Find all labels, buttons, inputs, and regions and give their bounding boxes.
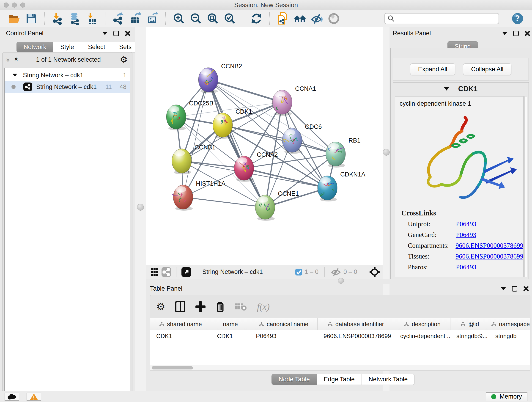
collapse-all-icon[interactable]: » bbox=[5, 58, 12, 61]
delete-table-icon[interactable] bbox=[235, 302, 247, 311]
import-network-file-button[interactable] bbox=[51, 12, 65, 25]
show-all-button[interactable] bbox=[327, 12, 341, 25]
footer-separator bbox=[363, 267, 363, 277]
cloud-status-button[interactable] bbox=[5, 393, 19, 401]
open-session-button[interactable] bbox=[8, 12, 21, 25]
table-settings-gear-icon[interactable]: ⚙ bbox=[156, 302, 165, 312]
zoom-fit-button[interactable] bbox=[206, 12, 220, 25]
birdseye-toggle-button[interactable] bbox=[180, 267, 192, 277]
column-header-name[interactable]: name bbox=[211, 318, 250, 330]
panel-menu-icon[interactable] bbox=[102, 32, 108, 35]
add-column-icon[interactable] bbox=[196, 301, 206, 312]
column-header-shared-name[interactable]: shared name bbox=[150, 318, 211, 330]
table-cell[interactable]: CDK1 bbox=[211, 330, 250, 342]
function-builder-icon[interactable]: f(x) bbox=[257, 301, 270, 312]
zoom-out-button[interactable] bbox=[189, 12, 203, 25]
column-header-database-identifier[interactable]: database identifier bbox=[317, 318, 394, 330]
import-table-icon bbox=[86, 12, 97, 25]
left-splitter[interactable] bbox=[135, 27, 146, 391]
show-columns-icon[interactable] bbox=[175, 301, 185, 312]
table-cell[interactable]: stringdb:9... bbox=[450, 330, 489, 342]
warnings-button[interactable] bbox=[27, 393, 41, 401]
network-canvas[interactable]: CCNB2CCNA1CDC25BCDK1CDC6RB1CCNB1CCNA2CDK… bbox=[146, 27, 383, 265]
expand-all-icon[interactable]: » bbox=[12, 58, 19, 61]
export-image-button[interactable] bbox=[146, 12, 159, 25]
network-row-selected[interactable]: String Network – cdk1 11 48 bbox=[5, 81, 130, 93]
splitter-handle[interactable] bbox=[383, 149, 390, 156]
grid-view-button[interactable] bbox=[149, 268, 160, 276]
import-table-file-button[interactable] bbox=[85, 12, 99, 25]
export-network-button[interactable] bbox=[112, 12, 125, 25]
close-panel-icon[interactable] bbox=[125, 31, 130, 36]
search-input[interactable] bbox=[397, 15, 496, 22]
refresh-button[interactable] bbox=[250, 12, 263, 25]
table-row[interactable]: CDK1CDK1P064939606.ENSP00000378699cyclin… bbox=[150, 330, 530, 342]
node-highlight bbox=[174, 150, 185, 156]
fit-selected-crosshair-icon[interactable] bbox=[369, 267, 380, 277]
network-collection-row[interactable]: String Network – cdk1 1 bbox=[5, 70, 130, 81]
hide-selected-button[interactable] bbox=[310, 12, 323, 25]
zoom-selected-button[interactable] bbox=[223, 12, 236, 25]
edge-CCNB2-CCNE1[interactable] bbox=[208, 80, 265, 207]
float-panel-icon[interactable] bbox=[512, 286, 517, 292]
edge-CCNB2-CCNA1[interactable] bbox=[208, 80, 282, 102]
splitter-handle[interactable] bbox=[338, 278, 344, 284]
memory-button[interactable]: Memory bbox=[486, 392, 527, 401]
float-panel-icon[interactable] bbox=[114, 31, 119, 36]
export-table-button[interactable] bbox=[129, 12, 142, 25]
table-cell[interactable]: P06493 bbox=[250, 330, 317, 342]
network-graph[interactable]: CCNB2CCNA1CDC25BCDK1CDC6RB1CCNB1CCNA2CDK… bbox=[146, 27, 383, 265]
first-neighbors-button[interactable] bbox=[293, 12, 307, 25]
scrollbar-thumb[interactable] bbox=[152, 366, 193, 370]
network-view-button[interactable] bbox=[160, 267, 172, 277]
results-scrollbar[interactable] bbox=[525, 96, 527, 277]
import-network-database-button[interactable] bbox=[68, 12, 82, 25]
crosslink-link[interactable]: 9606.ENSP00000378699 bbox=[456, 242, 523, 249]
column-header-canonical-name[interactable]: canonical name bbox=[250, 318, 317, 330]
tab-select[interactable]: Select bbox=[81, 42, 112, 52]
delete-column-trash-icon[interactable] bbox=[215, 301, 225, 312]
column-header-namespace[interactable]: namespace bbox=[489, 318, 530, 330]
node-label-HIST1H1A: HIST1H1A bbox=[196, 180, 225, 187]
tab-network-table[interactable]: Network Table bbox=[362, 374, 415, 385]
zoom-in-button[interactable] bbox=[172, 12, 186, 25]
crosslink-link[interactable]: P06493 bbox=[456, 263, 476, 271]
splitter-handle[interactable] bbox=[137, 204, 144, 211]
network-options-gear-icon[interactable]: ⚙ bbox=[120, 55, 128, 64]
edge-HIST1H1A-CCNE1[interactable] bbox=[183, 197, 265, 207]
tab-edge-table[interactable]: Edge Table bbox=[317, 374, 362, 385]
column-header-description[interactable]: description bbox=[394, 318, 450, 330]
grid-icon bbox=[151, 268, 159, 276]
selected-checkbox-icon[interactable] bbox=[295, 268, 302, 276]
table-cell[interactable]: stringdb bbox=[489, 330, 530, 342]
hidden-eye-icon[interactable] bbox=[331, 268, 341, 276]
gene-expander-icon[interactable] bbox=[444, 87, 449, 90]
panel-menu-icon[interactable] bbox=[501, 287, 506, 290]
save-session-button[interactable] bbox=[25, 12, 38, 25]
close-panel-icon[interactable] bbox=[523, 286, 529, 292]
status-bar: Memory bbox=[0, 391, 532, 402]
crosslink-link[interactable]: 9606.ENSP00000378699 bbox=[456, 253, 523, 260]
float-panel-icon[interactable] bbox=[513, 31, 519, 36]
help-button[interactable]: ? bbox=[511, 12, 524, 25]
collection-expander-icon[interactable] bbox=[13, 74, 17, 77]
column-header--id[interactable]: @id bbox=[450, 318, 489, 330]
crosslink-link[interactable]: P06493 bbox=[456, 220, 476, 228]
table-cell[interactable]: cyclin-dependent ... bbox=[394, 330, 450, 342]
close-panel-icon[interactable] bbox=[525, 31, 530, 36]
tab-sets[interactable]: Sets bbox=[112, 42, 139, 52]
expand-all-button[interactable]: Expand All bbox=[410, 64, 456, 75]
footer-separator bbox=[196, 267, 196, 277]
table-horizontal-scrollbar[interactable] bbox=[150, 365, 530, 370]
horizontal-splitter[interactable] bbox=[146, 279, 532, 284]
tab-style[interactable]: Style bbox=[53, 42, 81, 52]
table-cell[interactable]: 9606.ENSP00000378699 bbox=[317, 330, 394, 342]
table-cell[interactable]: CDK1 bbox=[150, 330, 211, 342]
tab-network[interactable]: Network bbox=[17, 42, 53, 52]
crosslink-link[interactable]: P06493 bbox=[456, 231, 476, 239]
panel-menu-icon[interactable] bbox=[502, 32, 507, 35]
clone-network-button[interactable] bbox=[276, 12, 290, 25]
tab-node-table[interactable]: Node Table bbox=[272, 374, 317, 385]
collapse-all-button[interactable]: Collapse All bbox=[463, 64, 511, 75]
memory-status-dot bbox=[491, 394, 496, 399]
